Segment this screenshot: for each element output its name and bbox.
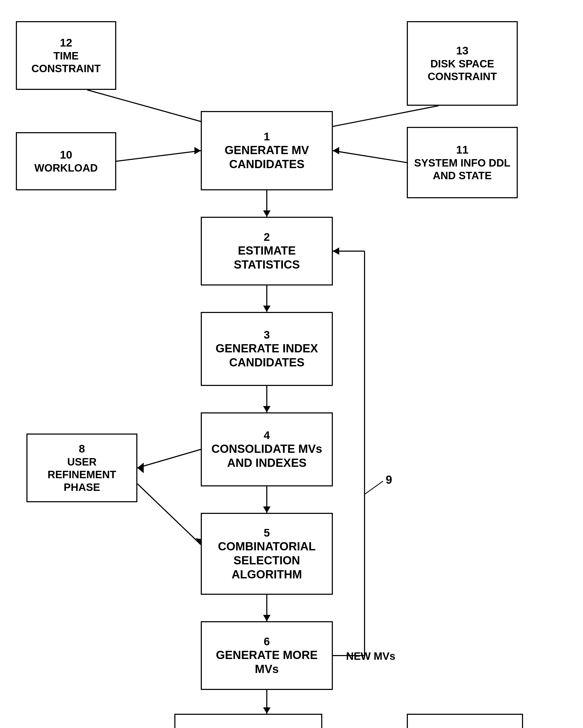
box-2: 2 ESTIMATE STATISTICS: [201, 217, 333, 285]
box-1-number: 1: [263, 130, 270, 143]
box-2-number: 2: [263, 231, 270, 244]
box-3-label: GENERATE INDEX CANDIDATES: [207, 341, 327, 369]
svg-marker-11: [263, 306, 271, 312]
box-12-label: TIME CONSTRAINT: [22, 49, 110, 75]
box-1: 1 GENERATE MV CANDIDATES: [201, 111, 333, 190]
box-11: 11 SYSTEM INFO DDL AND STATE: [407, 127, 518, 198]
box-4-number: 4: [263, 429, 270, 442]
box-5-label: COMBINATORIAL SELECTION ALGORITHM: [207, 540, 327, 581]
box-1-label: GENERATE MV CANDIDATES: [207, 143, 327, 171]
box-4-label: CONSOLIDATE MVs AND INDEXES: [207, 442, 327, 470]
svg-line-16: [137, 484, 201, 545]
svg-line-4: [116, 151, 201, 161]
box-5: 5 COMBINATORIAL SELECTION ALGORITHM: [201, 513, 333, 595]
box-4: 4 CONSOLIDATE MVs AND INDEXES: [201, 412, 333, 486]
svg-marker-13: [263, 406, 271, 412]
box-8-label: USER REFINEMENT PHASE: [33, 456, 131, 494]
svg-marker-25: [333, 248, 339, 255]
box-14: 14 RECOMMENDED MV AND INDEX SET: [407, 714, 523, 728]
svg-marker-5: [194, 147, 201, 154]
svg-line-26: [364, 481, 383, 494]
box-10-number: 10: [60, 148, 73, 161]
box-2-label: ESTIMATE STATISTICS: [207, 244, 327, 272]
svg-line-14: [137, 449, 201, 468]
svg-marker-9: [263, 210, 271, 217]
box-6: 6 GENERATE MORE MVs: [201, 621, 333, 690]
label-new-mvs: NEW MVs: [346, 650, 395, 662]
box-12: 12 TIME CONSTRAINT: [16, 21, 116, 90]
label-9: 9: [386, 473, 392, 486]
box-6-label: GENERATE MORE MVs: [207, 648, 327, 676]
diagram-container: 12 TIME CONSTRAINT 13 DISK SPACE CONSTRA…: [0, 0, 583, 728]
box-7: 7 FILTER OUT UNUSED MVs AND INDEXES: [174, 714, 322, 728]
box-13: 13 DISK SPACE CONSTRAINT: [407, 21, 518, 106]
svg-marker-21: [263, 615, 271, 621]
svg-marker-7: [333, 147, 339, 154]
box-6-number: 6: [263, 635, 270, 648]
box-5-number: 5: [263, 526, 270, 540]
svg-line-2: [317, 106, 439, 130]
svg-marker-30: [263, 707, 271, 714]
box-12-number: 12: [60, 36, 73, 49]
svg-marker-15: [137, 463, 144, 473]
box-3: 3 GENERATE INDEX CANDIDATES: [201, 312, 333, 386]
box-11-label: SYSTEM INFO DDL AND STATE: [413, 156, 511, 182]
box-13-label: DISK SPACE CONSTRAINT: [413, 57, 511, 83]
box-10-label: WORKLOAD: [34, 161, 98, 174]
box-8: 8 USER REFINEMENT PHASE: [26, 434, 137, 502]
box-11-number: 11: [456, 143, 469, 156]
svg-marker-19: [263, 506, 271, 513]
box-3-number: 3: [263, 328, 270, 341]
box-13-number: 13: [456, 44, 469, 57]
svg-line-6: [333, 151, 407, 162]
box-8-number: 8: [79, 442, 85, 456]
box-10: 10 WORKLOAD: [16, 132, 116, 190]
